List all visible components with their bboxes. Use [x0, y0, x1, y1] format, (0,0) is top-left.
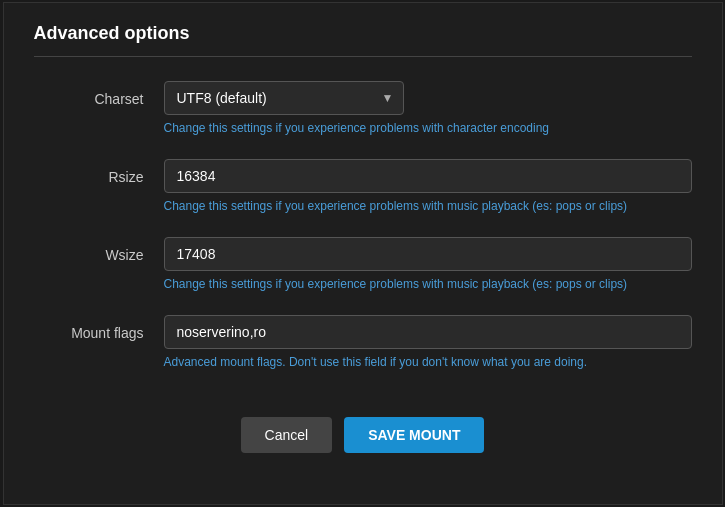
- wsize-section: Wsize Change this settings if you experi…: [34, 237, 692, 309]
- charset-hint: Change this settings if you experience p…: [164, 121, 692, 135]
- charset-row: Charset UTF8 (default) UTF16ASCIIISO-885…: [34, 81, 692, 153]
- charset-select[interactable]: UTF8 (default) UTF16ASCIIISO-8859-1: [164, 81, 404, 115]
- mount-flags-row: Mount flags Advanced mount flags. Don't …: [34, 315, 692, 387]
- charset-label: Charset: [34, 81, 164, 107]
- rsize-input[interactable]: [164, 159, 692, 193]
- rsize-label: Rsize: [34, 159, 164, 185]
- rsize-control-wrapper: Change this settings if you experience p…: [164, 159, 692, 231]
- mount-flags-hint: Advanced mount flags. Don't use this fie…: [164, 355, 692, 369]
- wsize-hint: Change this settings if you experience p…: [164, 277, 692, 291]
- cancel-button[interactable]: Cancel: [241, 417, 333, 453]
- charset-select-wrapper[interactable]: UTF8 (default) UTF16ASCIIISO-8859-1 ▼: [164, 81, 404, 115]
- dialog-title: Advanced options: [34, 23, 692, 57]
- advanced-options-dialog: Advanced options Charset UTF8 (default) …: [3, 2, 723, 505]
- rsize-hint: Change this settings if you experience p…: [164, 199, 692, 213]
- wsize-label: Wsize: [34, 237, 164, 263]
- wsize-control-wrapper: Change this settings if you experience p…: [164, 237, 692, 309]
- rsize-section: Rsize Change this settings if you experi…: [34, 159, 692, 231]
- rsize-row: Rsize Change this settings if you experi…: [34, 159, 692, 231]
- wsize-row: Wsize Change this settings if you experi…: [34, 237, 692, 309]
- button-row: Cancel SAVE MOUNT: [34, 417, 692, 453]
- charset-control-wrapper: UTF8 (default) UTF16ASCIIISO-8859-1 ▼ Ch…: [164, 81, 692, 153]
- mount-flags-input[interactable]: [164, 315, 692, 349]
- mount-flags-label: Mount flags: [34, 315, 164, 341]
- mount-flags-section: Mount flags Advanced mount flags. Don't …: [34, 315, 692, 387]
- charset-section: Charset UTF8 (default) UTF16ASCIIISO-885…: [34, 81, 692, 153]
- save-mount-button[interactable]: SAVE MOUNT: [344, 417, 484, 453]
- wsize-input[interactable]: [164, 237, 692, 271]
- mount-flags-control-wrapper: Advanced mount flags. Don't use this fie…: [164, 315, 692, 387]
